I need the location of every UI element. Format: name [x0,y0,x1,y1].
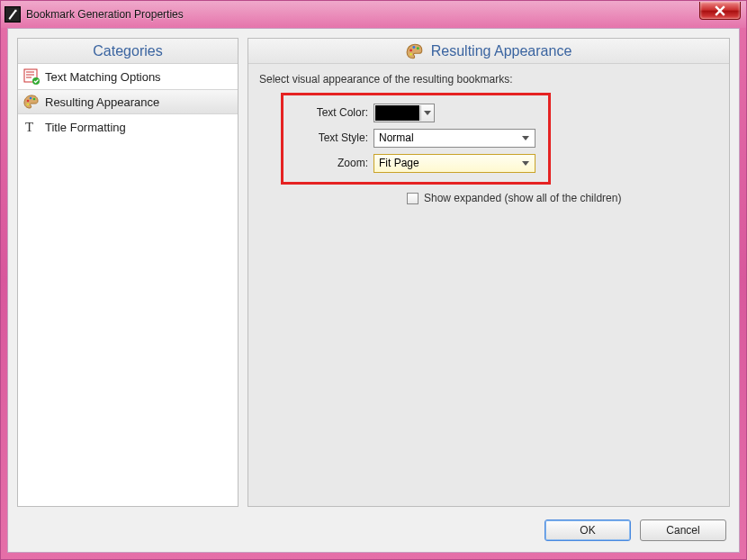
category-label: Text Matching Options [45,70,161,84]
close-button[interactable] [699,2,741,20]
resulting-appearance-header: Resulting Appearance [248,39,729,64]
show-expanded-checkbox[interactable] [407,193,418,204]
ok-button[interactable]: OK [544,519,631,541]
instruction-text: Select visual appearance of the resultin… [259,73,718,86]
svg-rect-0 [14,10,16,12]
text-color-label: Text Color: [284,106,374,119]
text-color-picker[interactable] [374,104,435,122]
palette-icon [406,42,424,60]
titlebar[interactable]: Bookmark Generation Properties [1,1,746,28]
chevron-down-icon [420,105,433,121]
category-label: Title Formatting [45,121,126,134]
category-item-title-formatting[interactable]: T Title Formatting [18,114,238,140]
cancel-button[interactable]: Cancel [640,519,726,541]
svg-point-5 [32,77,40,85]
categories-header: Categories [18,39,238,64]
title-formatting-icon: T [23,119,40,135]
zoom-label: Zoom: [284,157,374,169]
highlight-box: Text Color: Text Style: Normal [281,93,551,185]
svg-point-13 [417,47,419,50]
svg-point-6 [27,100,30,103]
chevron-down-icon [518,136,533,140]
window-title: Bookmark Generation Properties [26,8,184,21]
categories-list[interactable]: Text Matching Options Resulting Appearan… [18,64,238,506]
category-item-text-matching[interactable]: Text Matching Options [18,64,238,89]
text-style-combo[interactable]: Normal [374,129,536,148]
chevron-down-icon [518,161,533,166]
svg-text:T: T [25,120,33,134]
svg-point-11 [410,49,412,51]
panel-header-label: Resulting Appearance [431,43,572,59]
zoom-value: Fit Page [379,157,518,169]
show-expanded-label: Show expanded (show all of the children) [424,192,621,204]
categories-panel: Categories Text Matching Options Resulti… [17,38,238,507]
text-style-value: Normal [379,131,518,144]
dialog-buttons: OK Cancel [544,519,726,541]
client-area: Categories Text Matching Options Resulti… [7,28,740,553]
svg-point-8 [33,98,36,101]
svg-point-7 [30,97,32,100]
category-item-resulting-appearance[interactable]: Resulting Appearance [18,89,238,114]
color-swatch [375,105,419,121]
palette-icon [23,94,40,110]
text-matching-icon [23,68,40,85]
dialog-window: Bookmark Generation Properties Categorie… [0,0,747,560]
svg-point-12 [412,46,415,49]
app-icon [4,6,21,23]
category-label: Resulting Appearance [45,95,159,109]
text-style-label: Text Style: [284,131,374,144]
svg-point-9 [27,104,30,106]
show-expanded-row[interactable]: Show expanded (show all of the children) [407,192,718,204]
resulting-appearance-panel: Resulting Appearance Select visual appea… [248,38,730,507]
svg-point-14 [410,52,412,55]
zoom-combo[interactable]: Fit Page [374,154,536,173]
